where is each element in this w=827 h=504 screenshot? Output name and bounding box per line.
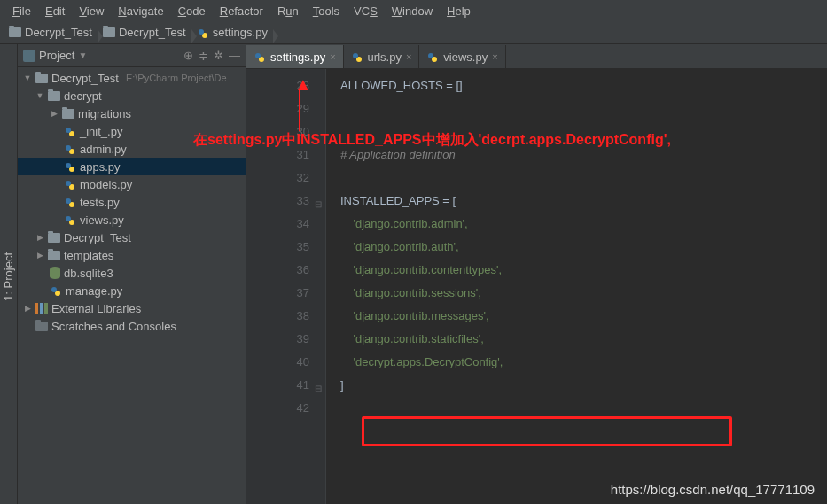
menu-vcs[interactable]: VCS bbox=[348, 3, 383, 19]
folder-icon bbox=[48, 233, 60, 243]
folder-icon bbox=[9, 27, 21, 37]
menu-file[interactable]: FFileile bbox=[7, 3, 36, 19]
database-icon bbox=[50, 267, 60, 279]
menu-code[interactable]: Code bbox=[173, 3, 211, 19]
settings-button[interactable]: ✲ bbox=[214, 49, 223, 62]
python-file-icon bbox=[64, 213, 76, 226]
collapse-button[interactable]: ≑ bbox=[199, 49, 208, 62]
menu-window[interactable]: Window bbox=[386, 3, 438, 19]
python-file-icon bbox=[426, 50, 439, 63]
crumb-file[interactable]: settings.py bbox=[193, 26, 275, 39]
python-file-icon bbox=[64, 178, 76, 190]
menu-run[interactable]: Run bbox=[272, 3, 304, 19]
project-icon bbox=[23, 50, 35, 62]
tree-file[interactable]: admin.py bbox=[18, 140, 246, 158]
crumb-project[interactable]: Decrypt_Test bbox=[99, 26, 193, 39]
tab-urls[interactable]: urls.py× bbox=[344, 45, 420, 68]
tab-settings[interactable]: settings.py× bbox=[246, 45, 344, 68]
tool-window-bar: 1: Project bbox=[0, 44, 18, 504]
chevron-down-icon[interactable]: ▼ bbox=[78, 50, 87, 60]
project-title: Project bbox=[39, 49, 74, 62]
menu-refactor[interactable]: Refactor bbox=[215, 3, 269, 19]
annotation-highlight-box bbox=[362, 416, 732, 446]
close-icon[interactable]: × bbox=[492, 51, 497, 62]
python-file-icon bbox=[64, 125, 76, 137]
tree-file[interactable]: tests.py bbox=[18, 193, 246, 211]
hide-button[interactable]: — bbox=[229, 49, 240, 62]
close-icon[interactable]: × bbox=[330, 51, 335, 62]
library-icon bbox=[35, 303, 48, 314]
menu-help[interactable]: Help bbox=[441, 3, 476, 19]
python-file-icon bbox=[197, 27, 209, 39]
menu-view[interactable]: View bbox=[74, 3, 109, 19]
watermark: https://blog.csdn.net/qq_17771109 bbox=[611, 482, 815, 497]
project-header: Project ▼ ⊕ ≑ ✲ — bbox=[18, 44, 246, 67]
editor-tabs: settings.py× urls.py× views.py× bbox=[246, 44, 827, 69]
fold-icon[interactable]: ⊟ bbox=[315, 377, 322, 400]
folder-icon bbox=[103, 27, 115, 37]
menu-edit[interactable]: Edit bbox=[40, 3, 70, 19]
tree-db[interactable]: db.sqlite3 bbox=[18, 264, 246, 282]
python-file-icon bbox=[351, 50, 363, 63]
project-tree: ▼Decrypt_TestE:\PyCharm Project\De ▼decr… bbox=[18, 67, 246, 504]
python-file-icon bbox=[254, 50, 266, 63]
menu-bar: FFileile Edit View Navigate Code Refacto… bbox=[0, 0, 827, 21]
tree-file[interactable]: models.py bbox=[18, 175, 246, 193]
menu-tools[interactable]: Tools bbox=[308, 3, 345, 19]
folder-icon bbox=[48, 251, 60, 260]
project-tool-window: Project ▼ ⊕ ≑ ✲ — ▼Decrypt_TestE:\PyChar… bbox=[18, 44, 246, 504]
python-file-icon bbox=[50, 284, 62, 297]
folder-icon bbox=[35, 74, 48, 83]
tree-root[interactable]: ▼Decrypt_TestE:\PyCharm Project\De bbox=[18, 69, 246, 87]
tree-project-folder[interactable]: ▶Decrypt_Test bbox=[18, 229, 246, 246]
python-file-icon bbox=[64, 160, 76, 173]
fold-icon[interactable]: ⊟ bbox=[315, 193, 322, 216]
menu-navigate[interactable]: Navigate bbox=[113, 3, 168, 19]
locate-button[interactable]: ⊕ bbox=[183, 49, 193, 62]
breadcrumb: Decrypt_Test Decrypt_Test settings.py bbox=[0, 21, 827, 44]
folder-icon bbox=[48, 91, 60, 101]
line-gutter: 282930313233343536373839404142 ⊟ ⊟ bbox=[246, 69, 326, 504]
tree-scratches[interactable]: Scratches and Consoles bbox=[18, 317, 246, 335]
python-file-icon bbox=[64, 196, 76, 208]
tree-file[interactable]: views.py bbox=[18, 211, 246, 229]
project-tool-tab[interactable]: 1: Project bbox=[0, 249, 17, 305]
tree-file[interactable]: _init_.py bbox=[18, 122, 246, 140]
tree-manage[interactable]: manage.py bbox=[18, 282, 246, 299]
close-icon[interactable]: × bbox=[406, 51, 411, 62]
folder-icon bbox=[62, 109, 74, 119]
tree-migrations[interactable]: ▶migrations bbox=[18, 105, 246, 122]
tree-file-selected[interactable]: apps.py bbox=[18, 158, 246, 175]
tree-external-libs[interactable]: ▶External Libraries bbox=[18, 299, 246, 317]
tree-app[interactable]: ▼decrypt bbox=[18, 87, 246, 105]
folder-icon bbox=[35, 322, 48, 331]
crumb-root[interactable]: Decrypt_Test bbox=[5, 26, 99, 39]
tab-views[interactable]: views.py× bbox=[419, 45, 505, 68]
python-file-icon bbox=[64, 143, 76, 155]
tree-templates[interactable]: ▶templates bbox=[18, 246, 246, 264]
annotation-arrow-icon: ▲ bbox=[294, 74, 312, 95]
